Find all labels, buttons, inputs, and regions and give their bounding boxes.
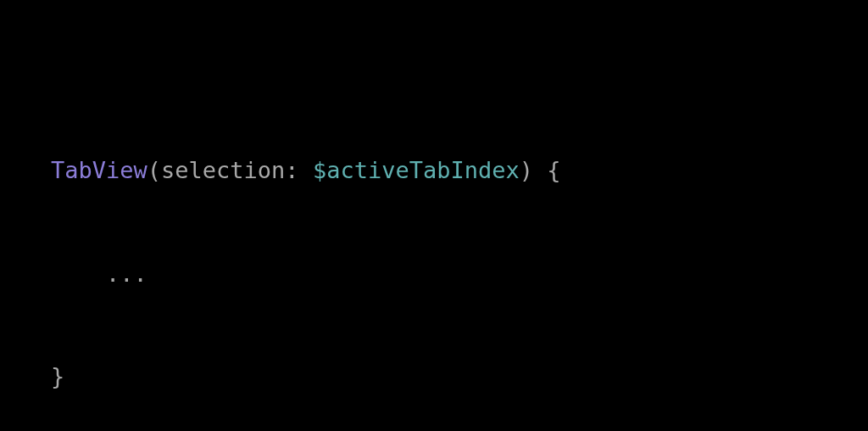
brace-open: { [547,157,560,183]
space [533,157,547,183]
close-paren: ) [520,157,533,183]
param-label: selection: [161,157,313,183]
code-line: } [51,360,817,395]
code-snippet: TabView(selection: $activeTabIndex) { ..… [51,85,817,428]
type-identifier: TabView [51,157,147,183]
ellipsis: ... [106,260,147,287]
indent [51,260,106,287]
open-paren: ( [147,157,161,183]
param-value: $activeTabIndex [313,157,520,183]
brace-close: } [51,363,64,389]
code-line: TabView(selection: $activeTabIndex) { [51,154,817,188]
code-line: ... [51,257,817,292]
